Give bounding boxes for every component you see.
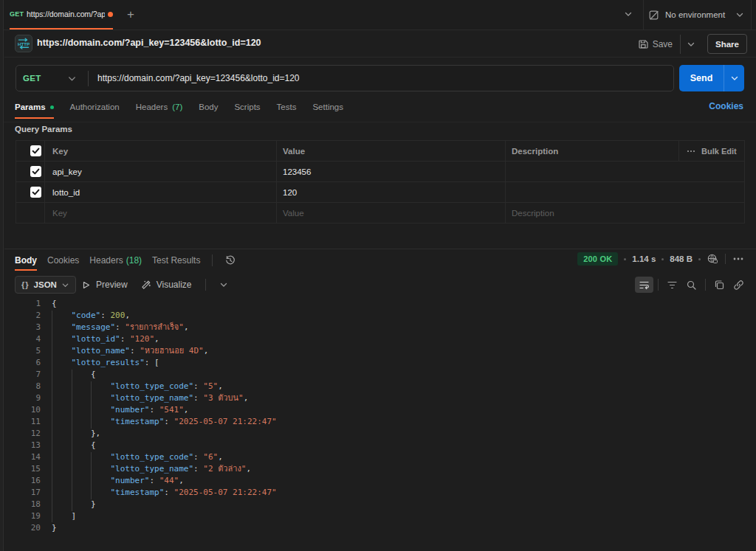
environment-selector[interactable]: No environment: [648, 0, 744, 30]
code-line: 16 "number": "44",: [4, 475, 756, 487]
save-button[interactable]: Save: [633, 36, 677, 52]
curly-braces-icon: {}: [21, 280, 30, 289]
tab-method-label: GET: [10, 10, 24, 18]
postman-window: GET https://domain.com/?ap + No environm…: [0, 0, 756, 551]
format-label: JSON: [34, 280, 57, 289]
code-line: 15 "lotto_type_name": "2 ตัวล่าง",: [4, 463, 756, 475]
response-time[interactable]: 1.14 s: [632, 254, 656, 263]
copy-icon[interactable]: [714, 280, 725, 291]
code-text: "lotto_id": "120",: [52, 333, 159, 345]
param-description-cell[interactable]: Description: [506, 203, 745, 223]
response-meta: 200 OK 1.14 s 848 B: [577, 252, 744, 266]
param-key-cell[interactable]: lotto_id: [45, 182, 277, 203]
request-tab-params[interactable]: Params: [15, 96, 54, 118]
request-tab-label: Settings: [312, 103, 343, 111]
response-tab-cookies[interactable]: Cookies: [47, 250, 79, 271]
preview-label: Preview: [96, 280, 128, 290]
code-line: 1{: [4, 298, 756, 310]
save-options-chevron-icon[interactable]: [682, 37, 700, 52]
request-tab-body[interactable]: Body: [199, 96, 218, 118]
row-checkbox[interactable]: [30, 187, 41, 198]
filter-icon[interactable]: [667, 280, 678, 291]
code-text: "lotto_type_name": "2 ตัวล่าง",: [52, 463, 251, 475]
response-format-select[interactable]: {} JSON: [15, 276, 76, 294]
response-size[interactable]: 848 B: [670, 254, 693, 263]
format-chevron-icon: [61, 281, 69, 289]
response-history-icon[interactable]: [224, 254, 236, 266]
param-key-cell[interactable]: Key: [45, 203, 277, 223]
request-tab-scripts[interactable]: Scripts: [234, 96, 260, 118]
indent-guide: [91, 381, 92, 429]
preview-button[interactable]: Preview: [81, 280, 128, 290]
bulk-edit-button[interactable]: Bulk Edit: [685, 147, 738, 156]
http-request-icon: HTTP: [15, 35, 32, 52]
param-row: api_key123456: [16, 162, 745, 182]
request-tab-label: Body: [199, 103, 218, 111]
status-badge[interactable]: 200 OK: [577, 252, 618, 266]
request-tab-label: Params: [15, 103, 46, 111]
response-tab-test-results[interactable]: Test Results: [152, 250, 200, 271]
method-selector[interactable]: GET: [16, 66, 88, 91]
globe-lock-icon[interactable]: [707, 253, 718, 265]
code-text: "lotto_type_code": "5",: [52, 381, 223, 392]
param-value-cell[interactable]: Value: [277, 203, 506, 223]
send-options-chevron-icon[interactable]: [724, 65, 744, 91]
request-tab-tests[interactable]: Tests: [277, 96, 297, 118]
tab-options-chevron-icon[interactable]: [624, 10, 633, 18]
code-text: },: [52, 428, 100, 440]
new-tab-button[interactable]: +: [124, 8, 137, 21]
code-line: 14 "lotto_type_code": "6",: [4, 451, 756, 463]
request-title-row: HTTP https://domain.com/?api_key=123456&…: [4, 30, 756, 58]
param-value-cell[interactable]: 120: [277, 182, 506, 203]
tabbar-right-divider: [751, 0, 752, 30]
share-button[interactable]: Share: [707, 34, 747, 54]
search-icon[interactable]: [686, 280, 697, 291]
line-number: 14: [4, 451, 41, 463]
toolbar-chevron-icon[interactable]: [219, 280, 228, 289]
param-value-cell[interactable]: 123456: [277, 162, 506, 182]
line-number: 1: [4, 298, 41, 310]
column-header: Key: [45, 141, 277, 162]
param-description-cell[interactable]: [506, 182, 745, 203]
tab-title: https://domain.com/?ap: [27, 10, 105, 18]
code-line: 6 "lotto_results": [: [4, 357, 756, 369]
code-line: 17 "timestamp": "2025-05-07 21:22:47": [4, 487, 756, 499]
code-text: "lotto_results": [: [52, 357, 159, 369]
method-label: GET: [23, 74, 41, 83]
request-tab-headers[interactable]: Headers (7): [136, 96, 183, 118]
cookies-link[interactable]: Cookies: [709, 101, 743, 111]
send-label[interactable]: Send: [679, 65, 724, 91]
line-number: 13: [4, 440, 41, 451]
line-number: 12: [4, 428, 41, 440]
response-section-tabs: BodyCookiesHeaders (18)Test Results 200 …: [0, 250, 756, 272]
code-line: 2 "code": 200,: [4, 310, 756, 322]
response-tab-headers[interactable]: Headers (18): [89, 250, 142, 271]
row-checkbox[interactable]: [30, 145, 41, 156]
toolbar-divider: [705, 279, 706, 291]
param-description-cell[interactable]: [506, 162, 745, 182]
row-checkbox[interactable]: [30, 166, 41, 177]
code-line: 7 {: [4, 369, 756, 381]
line-number: 19: [4, 510, 41, 522]
response-tabs-divider: [212, 254, 213, 266]
code-text: {: [52, 440, 96, 451]
send-button[interactable]: Send: [679, 65, 744, 91]
tab-count-badge: (7): [172, 103, 182, 111]
visualize-button[interactable]: Visualize: [141, 280, 192, 290]
pane-splitter[interactable]: [4, 249, 756, 249]
line-number: 11: [4, 416, 41, 428]
response-more-icon[interactable]: [732, 253, 744, 265]
param-key-cell[interactable]: api_key: [45, 162, 277, 182]
link-icon[interactable]: [733, 280, 744, 291]
visualize-wand-icon: [141, 280, 151, 290]
open-request-tab[interactable]: GET https://domain.com/?ap: [10, 0, 113, 30]
request-tab-authorization[interactable]: Authorization: [70, 96, 120, 118]
wrap-text-button[interactable]: [635, 277, 653, 293]
code-line: 8 "lotto_type_code": "5",: [4, 381, 756, 392]
code-text: "code": 200,: [52, 310, 130, 322]
response-tab-body[interactable]: Body: [15, 250, 37, 271]
url-input[interactable]: https://domain.com/?api_key=123456&lotto…: [89, 73, 673, 83]
response-body-editor[interactable]: 1{2 "code": 200,3 "message": "รายการสำเร…: [4, 298, 756, 551]
request-tab-settings[interactable]: Settings: [312, 96, 343, 118]
svg-text:HTTP: HTTP: [18, 41, 30, 46]
